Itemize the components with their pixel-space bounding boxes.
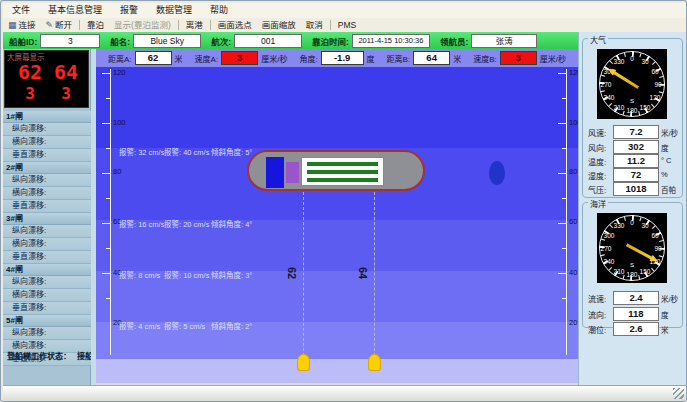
gauge-label: 330 [614, 58, 625, 65]
menu-bar: 文件 基本信息管理 报警 数据管理 帮助 [3, 3, 686, 18]
temperature-value: 11.2 [613, 154, 659, 168]
temperature-label: 温度: [588, 156, 606, 167]
drift-row: 垂直漂移: [3, 302, 91, 315]
measure-bar: 距离A: 62 米 速度A: 3 厘米/秒 角度: -1.9 度 距离B: 64… [96, 49, 578, 67]
gauge-label: 60 [651, 68, 658, 75]
berth-time-field[interactable]: 2011-4-15 10:30:36 [352, 34, 430, 48]
ruler-tick-label: 100 [113, 118, 126, 127]
distance-line-b-label: 64 [357, 267, 369, 279]
wind-direction-gauge: 0 30 60 90 120 150 180 210 240 270 300 3… [597, 49, 667, 119]
temperature-row: 温度: 11.2 ° C [583, 154, 684, 167]
pilot-field[interactable]: 张涛 [471, 34, 537, 48]
group-title-4: 4#闸 [3, 264, 91, 276]
ship-id-field[interactable]: 3 [40, 34, 100, 48]
weather-title: 大气 [588, 34, 608, 45]
gauge-label: 30 [641, 58, 648, 65]
group-title-5: 5#闸 [3, 315, 91, 327]
current-speed-label: 流速: [588, 293, 606, 304]
toolbar: ▦ 连接 ✎ 断开 靠泊 显示(靠泊监测) 离港 画面选点 画面缩放 取消 PM… [3, 18, 686, 33]
tide-level-unit: 米 [661, 324, 669, 335]
pick-point-button[interactable]: 画面选点 [213, 19, 257, 32]
drift-row: 横向漂移: [3, 238, 91, 251]
temperature-unit: ° C [661, 156, 672, 165]
current-direction-value: 118 [613, 307, 659, 321]
cancel-button[interactable]: 取消 [301, 19, 328, 32]
toolbar-separator [210, 20, 211, 30]
dist-a-value: 62 [135, 51, 172, 65]
group-title-2: 2#闸 [3, 162, 91, 174]
connect-button[interactable]: ▦ 连接 [3, 19, 41, 32]
gauge-label: 270 [601, 245, 612, 252]
alarm-tilt: 倾斜角度: 2° [211, 320, 252, 331]
big-screen-display: 大屏幕显示 62 64 3 3 [4, 50, 89, 108]
zoom-view-button[interactable]: 画面缩放 [257, 19, 301, 32]
hatch-stripe [307, 162, 378, 166]
pressure-unit: 百帕 [661, 184, 676, 195]
app-window: 文件 基本信息管理 报警 数据管理 帮助 ▦ 连接 ✎ 断开 靠泊 显示(靠泊监… [0, 0, 687, 402]
ship-symbol[interactable] [247, 150, 425, 191]
berth-time-label: 靠泊时间: [312, 35, 349, 47]
current-direction-gauge: 0 30 60 90 120 150 180 210 240 270 300 3… [597, 213, 667, 283]
speed-b-value: 3 [500, 51, 537, 65]
drift-row: 纵向漂移: [3, 123, 91, 136]
distance-line-b [374, 192, 375, 361]
distance-line-a [303, 192, 304, 361]
menu-file[interactable]: 文件 [3, 3, 39, 18]
ship-superstructure [266, 157, 284, 188]
tide-level-value: 2.6 [613, 322, 659, 336]
speed-b-unit: 厘米/秒 [540, 53, 566, 64]
connect-icon: ▦ [8, 19, 17, 32]
alarm-b: 报警: 20 cm/s [164, 218, 209, 229]
sensor-marker-b[interactable] [368, 354, 381, 371]
angle-unit: 度 [367, 53, 375, 64]
berth-button[interactable]: 靠泊 [82, 19, 109, 32]
weather-group: 大气 0 30 60 90 120 150 180 210 240 270 30… [582, 38, 683, 198]
gauge-label: 330 [614, 222, 625, 229]
speed-a-label: 速度A: [195, 53, 219, 64]
current-speed-value: 2.4 [613, 291, 659, 305]
ruler-tick-label: 80 [569, 167, 577, 176]
alarm-b: 报警: 40 cm/s [164, 146, 209, 157]
ocean-group: 海洋 0 30 60 90 120 150 180 210 240 270 30… [582, 202, 683, 328]
dist-a-label: 距离A: [108, 53, 132, 64]
gangway-status: 登船梯工作状态：接船 [3, 351, 95, 363]
alarm-tilt: 倾斜角度: 4° [211, 218, 252, 229]
wind-speed-row: 风速: 7.2 米/秒 [583, 125, 684, 138]
environment-panel: 大气 0 30 60 90 120 150 180 210 240 270 30… [578, 32, 686, 385]
voyage-field[interactable]: 001 [234, 34, 302, 48]
ship-name-field[interactable]: Blue Sky [133, 34, 201, 48]
ruler-tick-label: 60 [569, 217, 577, 226]
speed-b-label: 速度B: [473, 53, 497, 64]
toolbar-separator [330, 20, 331, 30]
menu-data[interactable]: 数据管理 [147, 3, 201, 18]
depart-button[interactable]: 离港 [181, 19, 208, 32]
display-speed-a: 3 [15, 84, 45, 103]
sensor-marker-a[interactable] [297, 354, 310, 371]
drift-groups: 1#闸 纵向漂移: 横向漂移: 垂直漂移: 2#闸 纵向漂移: 横向漂移: 垂直… [3, 111, 91, 366]
pressure-value: 1018 [613, 182, 659, 196]
disconnect-button[interactable]: ✎ 断开 [41, 19, 78, 32]
resize-grip[interactable] [673, 388, 684, 399]
left-sidebar: 大屏幕显示 62 64 3 3 1#闸 纵向漂移: 横向漂移: 垂直漂移: 2#… [3, 49, 91, 385]
dist-b-value: 64 [413, 51, 450, 65]
pms-button[interactable]: PMS [333, 19, 361, 32]
dist-a-unit: 米 [175, 53, 183, 64]
speed-a-unit: 厘米/秒 [261, 53, 287, 64]
menu-basic-info[interactable]: 基本信息管理 [39, 3, 111, 18]
gauge-label: 240 [604, 94, 615, 101]
humidity-unit: % [661, 170, 668, 179]
show-berth-monitor-button: 显示(靠泊监测) [109, 19, 176, 32]
ruler-tick-label: 40 [569, 268, 577, 277]
drift-row: 纵向漂移: [3, 327, 91, 340]
humidity-label: 湿度: [588, 170, 606, 181]
alarm-a: 报警: 8 cm/s [119, 269, 160, 280]
voyage-label: 航次: [211, 35, 231, 47]
menu-alarm[interactable]: 报警 [111, 3, 147, 18]
gauge-south-label: S [630, 98, 634, 104]
menu-help[interactable]: 帮助 [201, 3, 237, 18]
gauge-label: 180 [627, 107, 638, 114]
alarm-a: 报警: 4 cm/s [119, 320, 160, 331]
gauge-label: 180 [627, 271, 638, 278]
tide-level-row: 潮位: 2.6 米 [583, 322, 684, 335]
display-distance-a: 62 [15, 60, 45, 84]
